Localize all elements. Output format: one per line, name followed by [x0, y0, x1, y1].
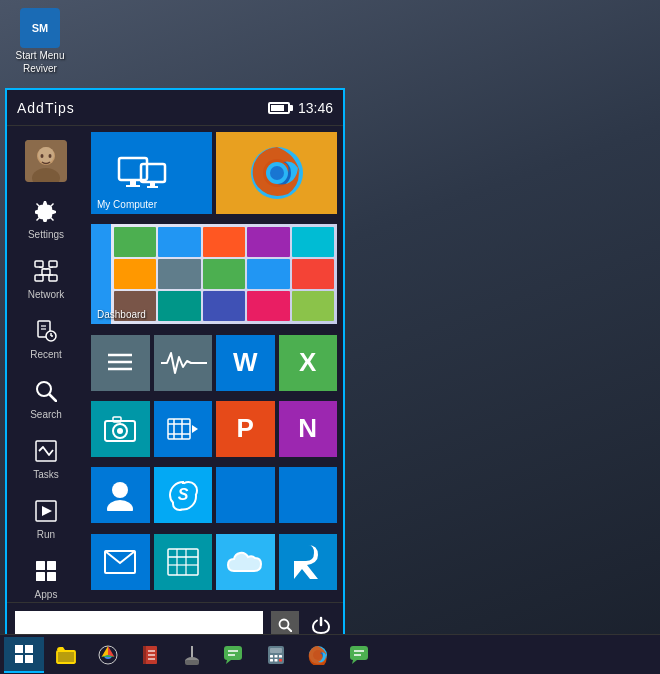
- desktop-icon-label: Start Menu: [16, 50, 65, 61]
- sidebar-item-recent[interactable]: Recent: [7, 310, 85, 370]
- sidebar-item-recent-label: Recent: [30, 349, 62, 360]
- tile-misc1[interactable]: [216, 467, 275, 523]
- tile-my-computer-label: My Computer: [97, 199, 157, 210]
- tile-mail[interactable]: [91, 534, 150, 590]
- tile-r-app[interactable]: [279, 534, 338, 590]
- sidebar-item-settings[interactable]: Settings: [7, 190, 85, 250]
- tile-activity[interactable]: [154, 335, 213, 391]
- tile-dashboard-label: Dashboard: [97, 309, 146, 320]
- svg-line-64: [288, 628, 292, 632]
- svg-rect-87: [275, 655, 278, 658]
- svg-rect-66: [25, 645, 33, 653]
- svg-rect-8: [42, 269, 50, 275]
- svg-rect-67: [15, 655, 23, 663]
- desktop: SM Start Menu Reviver AddTips 13:46: [0, 0, 660, 674]
- tile-excel[interactable]: X: [279, 335, 338, 391]
- svg-point-40: [270, 166, 284, 180]
- start-menu-reviver-icon[interactable]: SM Start Menu Reviver: [8, 8, 72, 74]
- start-menu: AddTips 13:46: [5, 88, 345, 648]
- settings-icon: [35, 200, 57, 225]
- svg-point-55: [107, 500, 133, 511]
- svg-rect-70: [57, 651, 75, 663]
- svg-marker-26: [42, 506, 52, 516]
- svg-rect-85: [270, 648, 282, 653]
- svg-rect-80: [185, 660, 199, 665]
- search-icon: [35, 380, 57, 405]
- svg-rect-58: [168, 549, 198, 575]
- svg-point-46: [117, 428, 123, 434]
- svg-rect-35: [150, 182, 155, 186]
- svg-rect-10: [35, 275, 43, 281]
- tasks-icon: [35, 440, 57, 465]
- sidebar-item-tasks-label: Tasks: [33, 469, 59, 480]
- tiles-grid: My Computer: [91, 132, 337, 596]
- sidebar-item-apps[interactable]: Apps: [7, 550, 85, 602]
- svg-rect-90: [275, 659, 278, 662]
- tile-video[interactable]: [154, 401, 213, 457]
- desktop-icon-image: SM: [20, 8, 60, 48]
- svg-rect-91: [279, 659, 282, 662]
- tile-firefox[interactable]: [216, 132, 337, 214]
- svg-rect-33: [126, 185, 140, 187]
- taskbar-chat2-button[interactable]: [340, 637, 380, 673]
- taskbar-explorer-button[interactable]: [46, 637, 86, 673]
- svg-rect-30: [47, 572, 56, 581]
- tile-skype[interactable]: S: [154, 467, 213, 523]
- avatar-image: [25, 140, 67, 182]
- taskbar-chrome-button[interactable]: [88, 637, 128, 673]
- sidebar-item-network-label: Network: [28, 289, 65, 300]
- svg-rect-47: [113, 417, 121, 422]
- tile-my-computer[interactable]: My Computer: [91, 132, 212, 214]
- svg-rect-68: [25, 655, 33, 663]
- menu-title: AddTips: [17, 100, 75, 116]
- run-icon: [35, 500, 57, 525]
- svg-rect-32: [130, 180, 136, 185]
- sidebar-item-network[interactable]: Network: [7, 250, 85, 310]
- tile-misc2[interactable]: [279, 467, 338, 523]
- svg-rect-65: [15, 645, 23, 653]
- sidebar-item-apps-label: Apps: [35, 589, 58, 600]
- taskbar-book-button[interactable]: [130, 637, 170, 673]
- network-icon: [34, 260, 58, 285]
- tile-camera[interactable]: [91, 401, 150, 457]
- tile-cloud[interactable]: [216, 534, 275, 590]
- tile-calendar[interactable]: [154, 534, 213, 590]
- menu-header: AddTips 13:46: [7, 90, 343, 126]
- sidebar-item-run[interactable]: Run: [7, 490, 85, 550]
- svg-rect-28: [47, 561, 56, 570]
- tile-word[interactable]: W: [216, 335, 275, 391]
- svg-point-5: [49, 154, 52, 158]
- svg-point-54: [112, 482, 128, 498]
- tile-list[interactable]: [91, 335, 150, 391]
- tile-people[interactable]: [91, 467, 150, 523]
- tiles-area: My Computer: [85, 126, 343, 602]
- sidebar-item-tasks[interactable]: Tasks: [7, 430, 85, 490]
- taskbar-broom-button[interactable]: [172, 637, 212, 673]
- battery-icon: [268, 102, 290, 114]
- desktop-icon-label2: Reviver: [23, 63, 57, 74]
- sidebar-item-run-label: Run: [37, 529, 55, 540]
- taskbar-firefox-button[interactable]: [298, 637, 338, 673]
- svg-rect-36: [147, 186, 158, 188]
- tile-word-label: W: [233, 347, 258, 378]
- svg-rect-27: [36, 561, 45, 570]
- svg-text:S: S: [177, 486, 188, 503]
- clock: 13:46: [298, 100, 333, 116]
- svg-rect-48: [168, 419, 190, 439]
- tile-excel-label: X: [299, 347, 316, 378]
- svg-rect-94: [350, 646, 368, 660]
- sidebar-item-settings-label: Settings: [28, 229, 64, 240]
- tile-dashboard[interactable]: Dashboard: [91, 224, 337, 324]
- taskbar-chat1-button[interactable]: [214, 637, 254, 673]
- svg-rect-31: [119, 158, 147, 180]
- sidebar-item-search[interactable]: Search: [7, 370, 85, 430]
- svg-rect-9: [49, 261, 57, 267]
- tile-powerpoint[interactable]: P: [216, 401, 275, 457]
- taskbar: [0, 634, 660, 674]
- tile-onenote[interactable]: N: [279, 401, 338, 457]
- taskbar-start-button[interactable]: [4, 637, 44, 673]
- svg-point-63: [280, 619, 289, 628]
- taskbar-calculator-button[interactable]: [256, 637, 296, 673]
- svg-rect-11: [49, 275, 57, 281]
- user-avatar[interactable]: [25, 132, 67, 190]
